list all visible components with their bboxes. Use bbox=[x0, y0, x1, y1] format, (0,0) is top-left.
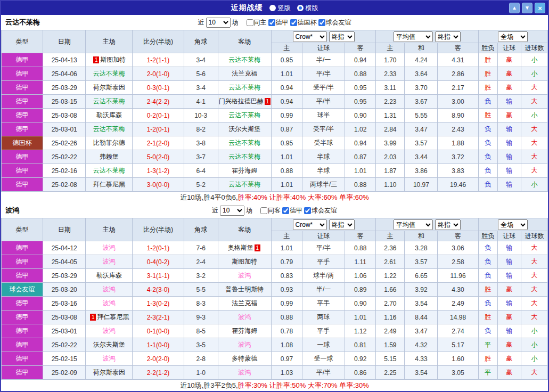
league-type-cell: 德甲 bbox=[2, 53, 43, 67]
checkbox-label: 德甲 bbox=[276, 18, 289, 27]
home-team-label: 荷尔斯泰因 bbox=[93, 84, 125, 91]
average-odds-select[interactable]: 平均值 bbox=[394, 219, 433, 230]
close-button[interactable]: × bbox=[535, 3, 545, 13]
filter-checkbox-同客[interactable]: 同客 bbox=[260, 206, 281, 215]
crown-home-odds: 0.94 bbox=[271, 95, 302, 109]
home-team-label: 波鸿 bbox=[103, 299, 116, 307]
crown-home-odds: 1.01 bbox=[271, 67, 302, 81]
checkbox-球会友谊[interactable] bbox=[304, 207, 311, 214]
home-team-label: 云达不莱梅 bbox=[93, 167, 125, 174]
away-team-label: 奥格斯堡 bbox=[228, 244, 253, 251]
crown-handicap: 受平/半 bbox=[302, 123, 345, 136]
win-loss-result: 负 bbox=[478, 269, 497, 283]
crown-home-odds: 0.88 bbox=[271, 311, 302, 324]
goals-over-under: 大 bbox=[521, 241, 547, 255]
average-odds-select[interactable]: 平均值 bbox=[394, 31, 433, 42]
filter-checkbox-德甲[interactable]: 德甲 bbox=[282, 206, 302, 215]
crown-home-odds: 1.01 bbox=[271, 150, 302, 164]
league-type-cell: 德甲 bbox=[2, 269, 43, 283]
filter-checkbox-球会友谊[interactable]: 球会友谊 bbox=[304, 206, 337, 215]
avg-draw-odds: 4.32 bbox=[405, 338, 438, 352]
avg-draw-odds: 3.47 bbox=[405, 123, 438, 136]
match-date: 25-03-20 bbox=[43, 283, 86, 297]
away-team-label: 斯图加特 bbox=[232, 258, 257, 265]
league-type-cell: 德甲 bbox=[2, 81, 43, 95]
crown-home-odds: 0.88 bbox=[271, 164, 302, 178]
away-team: 法兰克福 bbox=[218, 67, 271, 81]
final-index-select-2[interactable]: 终指 bbox=[435, 219, 461, 230]
match-date: 25-02-15 bbox=[43, 352, 86, 366]
away-team: 普鲁士明斯特 bbox=[218, 283, 271, 297]
win-loss-result: 平 bbox=[478, 338, 497, 352]
scroll-down-button[interactable]: ▼ bbox=[522, 3, 532, 13]
win-loss-result: 平 bbox=[478, 366, 497, 380]
crow-odds-select[interactable]: Crow* bbox=[293, 31, 327, 42]
corner-count: 10-3 bbox=[184, 109, 218, 123]
filter-checkbox-德国杯[interactable]: 德国杯 bbox=[290, 18, 317, 27]
avg-home-odds: 2.23 bbox=[376, 95, 405, 109]
recent-count-select[interactable]: 10 bbox=[220, 206, 244, 216]
avg-home-odds: 2.33 bbox=[376, 67, 405, 81]
filter-checkbox-同主[interactable]: 同主 bbox=[247, 18, 267, 27]
full-match-select[interactable]: 全场 bbox=[498, 31, 528, 42]
goals-over-under: 大 bbox=[521, 311, 547, 324]
crown-home-odds: 0.99 bbox=[271, 297, 302, 311]
away-team-label: 法兰克福 bbox=[232, 299, 257, 307]
away-team: 波鸿 bbox=[218, 366, 271, 380]
scroll-up-button[interactable]: ▲ bbox=[509, 3, 520, 13]
avg-draw-odds: 3.70 bbox=[405, 81, 438, 95]
red-card-badge: 1 bbox=[255, 244, 260, 251]
match-row: 德甲25-02-09荷尔斯泰因2-2(1-2)1-0波鸿1.03平/半0.862… bbox=[2, 366, 548, 380]
checkbox-德国杯[interactable] bbox=[290, 19, 297, 26]
recent-count-select[interactable]: 10 bbox=[206, 18, 231, 28]
crown-away-odds: 0.88 bbox=[345, 178, 376, 192]
match-date: 25-02-16 bbox=[43, 164, 86, 178]
view-radio-horizontal[interactable]: 横版 bbox=[297, 4, 318, 13]
final-index-select[interactable]: 终指 bbox=[329, 219, 355, 230]
goals-over-under: 小 bbox=[521, 338, 547, 352]
away-team-label: 波鸿 bbox=[238, 272, 251, 279]
crown-handicap: 两球半/三 bbox=[302, 178, 345, 192]
goals-over-under: 大 bbox=[521, 164, 547, 178]
checkbox-德甲[interactable] bbox=[282, 207, 289, 214]
crown-away-odds: 1.11 bbox=[345, 255, 376, 269]
home-team: 波鸿 bbox=[86, 283, 133, 297]
goals-over-under: 大 bbox=[521, 297, 547, 311]
away-team-label: 云达不莱梅 bbox=[228, 56, 260, 63]
checkbox-德甲[interactable] bbox=[268, 19, 275, 26]
crown-away-odds: 0.95 bbox=[345, 81, 376, 95]
titlebar-buttons: ▲ ▼ × bbox=[509, 3, 545, 13]
score-cell: 1-1(0-0) bbox=[133, 338, 184, 352]
crow-odds-select[interactable]: Crow* bbox=[293, 219, 327, 230]
corner-count: 5-5 bbox=[184, 283, 218, 297]
goals-over-under: 大 bbox=[521, 366, 547, 380]
avg-home-odds: 1.16 bbox=[376, 311, 405, 324]
goals-over-under: 大 bbox=[521, 150, 547, 164]
handicap-result: 赢 bbox=[497, 53, 521, 67]
view-radio-vertical[interactable]: 竖版 bbox=[269, 4, 291, 13]
filter-checkbox-德甲[interactable]: 德甲 bbox=[268, 18, 289, 27]
crown-handicap: 半/一 bbox=[302, 283, 345, 297]
avg-draw-odds: 3.67 bbox=[405, 95, 438, 109]
away-team: 云达不莱梅 bbox=[218, 136, 271, 150]
full-match-select[interactable]: 全场 bbox=[498, 219, 528, 230]
crown-handicap: 两球 bbox=[302, 311, 345, 324]
final-index-select-2[interactable]: 终指 bbox=[435, 31, 461, 42]
column-header: 比分(半场) bbox=[133, 30, 184, 53]
checkbox-球会友谊[interactable] bbox=[318, 19, 325, 26]
win-loss-result: 负 bbox=[478, 95, 497, 109]
handicap-result: 输 bbox=[497, 136, 521, 150]
goals-over-under: 大 bbox=[521, 269, 547, 283]
checkbox-同客[interactable] bbox=[260, 207, 267, 214]
final-index-select[interactable]: 终指 bbox=[329, 31, 355, 42]
sub-column-header: 主 bbox=[271, 231, 302, 241]
away-team-label: 法兰克福 bbox=[232, 70, 257, 77]
team-name: 云达不莱梅 bbox=[5, 18, 40, 27]
checkbox-同主[interactable] bbox=[247, 19, 253, 26]
results-table: 类型日期主场比分(半场)角球客场Crow*终指平均值终指全场主让球客主和客胜负让… bbox=[1, 218, 548, 380]
away-team-label: 云达不莱梅 bbox=[228, 153, 260, 160]
score-cell: 0-2(0-1) bbox=[133, 109, 184, 123]
filter-checkbox-球会友谊[interactable]: 球会友谊 bbox=[318, 18, 351, 27]
filter-near-label: 近 bbox=[212, 206, 218, 215]
section-summary: 近10场,胜3平2负5, 胜率:30% 让胜率:50% 大率:70% 单率:30… bbox=[1, 380, 548, 391]
